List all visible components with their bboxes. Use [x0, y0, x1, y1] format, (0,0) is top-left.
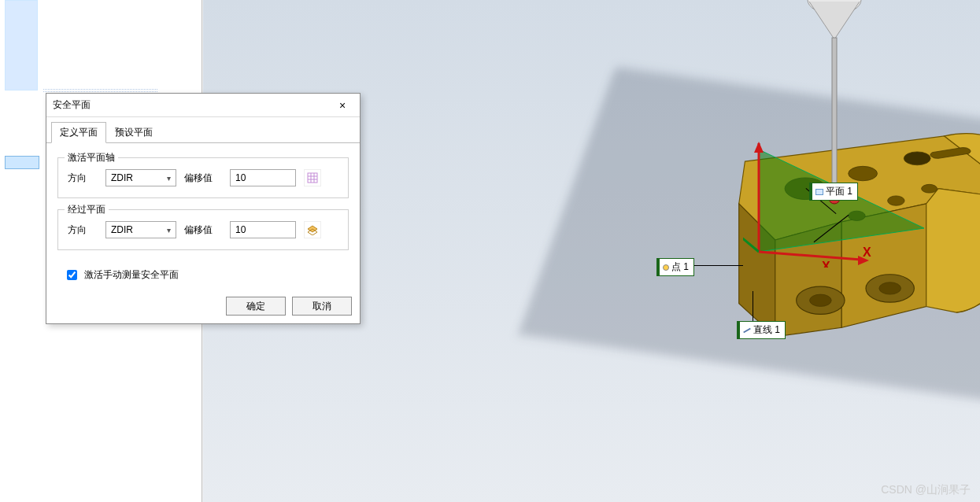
- layers-icon: [307, 224, 318, 235]
- group-through-plane: 经过平面 方向 ZDIR ▾ 偏移值: [57, 209, 349, 250]
- tree-selection-highlight: [5, 0, 38, 90]
- feature-tag-point[interactable]: 点 1: [656, 258, 694, 276]
- cancel-button[interactable]: 取消: [292, 297, 352, 316]
- leader-line: [688, 265, 743, 266]
- safety-plane-dialog: 安全平面 × 定义平面 预设平面 激活平面轴 方向 ZDIR ▾ 偏移值 经过平…: [46, 93, 361, 324]
- tab-define-plane[interactable]: 定义平面: [51, 122, 106, 143]
- group-legend: 激活平面轴: [65, 151, 118, 164]
- group-active-plane-axis: 激活平面轴 方向 ZDIR ▾ 偏移值: [57, 157, 349, 198]
- point-icon: [663, 264, 669, 271]
- direction-label: 方向: [68, 172, 98, 185]
- select-value: ZDIR: [111, 224, 133, 235]
- chevron-down-icon: ▾: [167, 226, 171, 234]
- svg-point-13: [879, 282, 901, 294]
- tag-label: 直线 1: [753, 323, 780, 337]
- offset-input[interactable]: [230, 169, 296, 186]
- direction-label: 方向: [68, 223, 98, 237]
- plane-icon: [815, 189, 823, 195]
- svg-point-11: [810, 294, 832, 306]
- svg-rect-22: [832, 38, 837, 191]
- feature-tag-plane[interactable]: 平面 1: [809, 183, 858, 201]
- ok-button[interactable]: 确定: [226, 297, 286, 316]
- offset-label: 偏移值: [184, 172, 222, 185]
- checkbox-label: 激活手动测量安全平面: [84, 268, 179, 282]
- offset-label: 偏移值: [184, 223, 222, 237]
- line-icon: [743, 327, 751, 333]
- watermark: CSDN @山涧果子: [881, 483, 971, 497]
- grid-icon: [307, 172, 318, 183]
- select-value: ZDIR: [111, 172, 133, 183]
- svg-point-8: [922, 184, 937, 193]
- tag-label: 点 1: [671, 260, 689, 274]
- dialog-title: 安全平面: [53, 98, 91, 112]
- group-legend: 经过平面: [65, 203, 109, 216]
- svg-point-6: [904, 152, 930, 165]
- pick-from-cad-button[interactable]: [304, 169, 321, 186]
- direction-select[interactable]: ZDIR ▾: [105, 169, 176, 186]
- svg-marker-2: [775, 222, 841, 337]
- dialog-body: 激活平面轴 方向 ZDIR ▾ 偏移值 经过平面 方向 ZDIR: [46, 143, 360, 289]
- svg-rect-24: [308, 173, 317, 183]
- tree-splitter[interactable]: [43, 89, 157, 92]
- offset-input[interactable]: [230, 221, 296, 238]
- direction-select[interactable]: ZDIR ▾: [105, 221, 176, 238]
- tag-label: 平面 1: [826, 185, 852, 198]
- pick-from-cad-button[interactable]: [304, 221, 321, 238]
- feature-tag-line[interactable]: 直线 1: [737, 321, 786, 339]
- activate-manual-safety-plane-checkbox[interactable]: [67, 270, 77, 280]
- close-button[interactable]: ×: [331, 99, 353, 112]
- tab-strip: 定义平面 预设平面: [46, 117, 360, 143]
- svg-point-7: [888, 196, 905, 205]
- tab-preset-plane[interactable]: 预设平面: [106, 122, 161, 143]
- dialog-titlebar[interactable]: 安全平面 ×: [46, 94, 360, 117]
- chevron-down-icon: ▾: [167, 174, 171, 183]
